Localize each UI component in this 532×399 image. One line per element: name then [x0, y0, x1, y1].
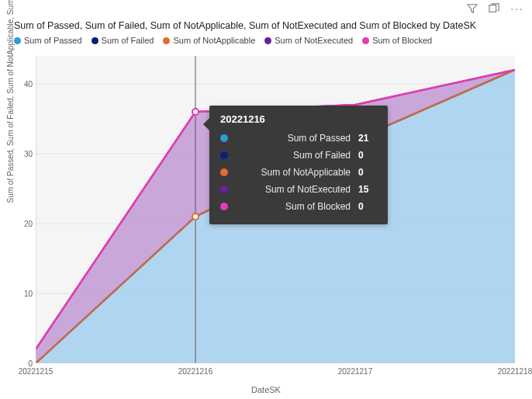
y-tick: 40	[14, 80, 33, 88]
tooltip-label: Sum of NotExecuted	[234, 184, 358, 195]
svg-point-9	[192, 213, 199, 220]
legend-label: Sum of Passed	[24, 36, 82, 45]
legend-swatch	[92, 37, 98, 44]
tooltip-dot	[220, 151, 228, 159]
tooltip-label: Sum of NotApplicable	[234, 167, 358, 178]
y-tick: 0	[14, 359, 33, 368]
legend-item[interactable]: Sum of Passed	[14, 36, 82, 45]
legend-item[interactable]: Sum of NotExecuted	[264, 36, 353, 45]
tooltip-label: Sum of Passed	[234, 133, 358, 144]
chart-legend: Sum of Passed Sum of Failed Sum of NotAp…	[14, 36, 432, 45]
chart-title: Sum of Passed, Sum of Failed, Sum of Not…	[14, 20, 476, 31]
legend-label: Sum of Blocked	[372, 36, 432, 45]
x-axis-label: DateSK	[251, 385, 281, 394]
tooltip-value: 21	[358, 133, 377, 144]
legend-item[interactable]: Sum of Blocked	[362, 36, 432, 45]
legend-item[interactable]: Sum of Failed	[92, 36, 154, 45]
legend-item[interactable]: Sum of NotApplicable	[163, 36, 255, 45]
x-tick: 20221218	[498, 367, 532, 376]
tooltip-label: Sum of Blocked	[234, 201, 358, 212]
legend-swatch	[163, 37, 170, 44]
tooltip-row: Sum of Passed21	[220, 130, 377, 147]
x-tick: 20221216	[178, 367, 213, 376]
tooltip-row: Sum of Blocked0	[220, 198, 377, 215]
chart-tooltip: 20221216 Sum of Passed21 Sum of Failed0 …	[209, 106, 388, 224]
more-options-icon[interactable]: ···	[510, 5, 524, 12]
legend-swatch	[362, 37, 369, 44]
svg-rect-0	[489, 5, 496, 12]
x-tick: 20221215	[19, 367, 54, 376]
tooltip-value: 0	[358, 167, 377, 178]
tooltip-value: 0	[358, 150, 377, 161]
focus-mode-icon[interactable]	[489, 3, 499, 14]
legend-label: Sum of NotApplicable	[173, 36, 255, 45]
y-tick: 10	[14, 290, 33, 298]
tooltip-label: Sum of Failed	[234, 150, 358, 161]
tooltip-dot	[220, 203, 228, 210]
tooltip-row: Sum of NotApplicable0	[220, 164, 377, 181]
legend-swatch	[264, 37, 271, 44]
chart-toolbar: ···	[467, 3, 524, 14]
y-tick: 30	[14, 150, 33, 158]
tooltip-row: Sum of Failed0	[220, 147, 377, 164]
x-tick: 20221217	[338, 367, 373, 376]
svg-point-8	[192, 109, 199, 115]
tooltip-dot	[220, 168, 228, 176]
y-tick: 20	[14, 220, 33, 228]
tooltip-value: 0	[358, 201, 377, 212]
tooltip-dot	[220, 186, 228, 193]
plot-area[interactable]: 0 10 20 30 40 20221215 20221216 20221217…	[36, 56, 515, 363]
legend-label: Sum of NotExecuted	[275, 36, 353, 45]
y-axis-label: Sum of Passed, Sum of Failed, Sum of Not…	[6, 0, 15, 217]
legend-label: Sum of Failed	[102, 36, 154, 45]
legend-swatch	[14, 37, 21, 44]
tooltip-value: 15	[358, 184, 377, 195]
tooltip-dot	[220, 134, 228, 142]
tooltip-row: Sum of NotExecuted15	[220, 181, 377, 198]
tooltip-header: 20221216	[220, 113, 377, 125]
filter-icon[interactable]	[467, 3, 478, 14]
